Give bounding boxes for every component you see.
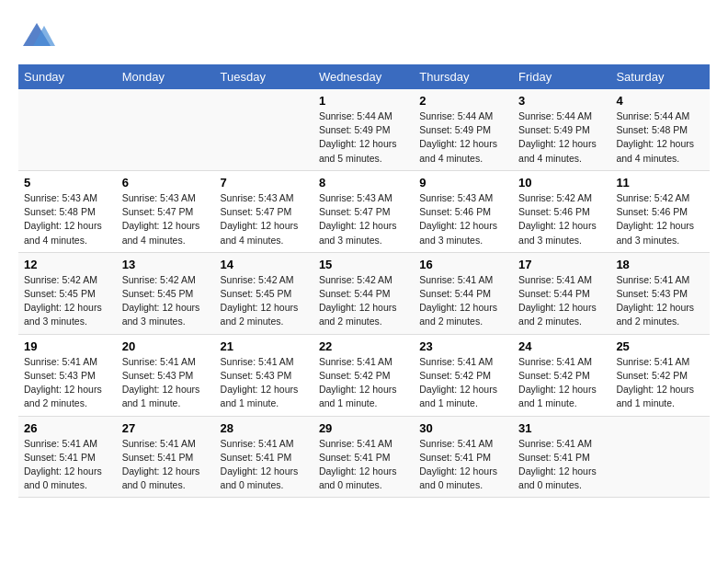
day-info: Sunrise: 5:43 AM Sunset: 5:47 PM Dayligh… xyxy=(122,191,210,247)
calendar-cell: 29Sunrise: 5:41 AM Sunset: 5:41 PM Dayli… xyxy=(313,416,414,498)
calendar-cell: 8Sunrise: 5:43 AM Sunset: 5:47 PM Daylig… xyxy=(313,170,414,252)
day-number: 7 xyxy=(221,176,308,190)
day-info: Sunrise: 5:42 AM Sunset: 5:45 PM Dayligh… xyxy=(24,273,111,329)
day-number: 12 xyxy=(24,258,111,271)
day-number: 26 xyxy=(24,421,111,435)
calendar-cell: 14Sunrise: 5:42 AM Sunset: 5:45 PM Dayli… xyxy=(215,252,313,334)
day-number: 4 xyxy=(616,94,704,108)
calendar-cell: 26Sunrise: 5:41 AM Sunset: 5:41 PM Dayli… xyxy=(18,416,117,498)
day-info: Sunrise: 5:41 AM Sunset: 5:42 PM Dayligh… xyxy=(616,355,704,411)
day-info: Sunrise: 5:41 AM Sunset: 5:43 PM Dayligh… xyxy=(24,355,111,411)
calendar-cell: 20Sunrise: 5:41 AM Sunset: 5:43 PM Dayli… xyxy=(117,334,215,416)
day-number: 5 xyxy=(24,176,111,190)
calendar-cell: 28Sunrise: 5:41 AM Sunset: 5:41 PM Dayli… xyxy=(215,416,313,498)
calendar-cell: 9Sunrise: 5:43 AM Sunset: 5:46 PM Daylig… xyxy=(414,170,513,252)
calendar-cell: 19Sunrise: 5:41 AM Sunset: 5:43 PM Dayli… xyxy=(18,334,117,416)
calendar-cell: 6Sunrise: 5:43 AM Sunset: 5:47 PM Daylig… xyxy=(117,170,215,252)
header-monday: Monday xyxy=(117,64,215,89)
day-number: 8 xyxy=(319,176,408,190)
calendar-cell: 7Sunrise: 5:43 AM Sunset: 5:47 PM Daylig… xyxy=(215,170,313,252)
calendar-cell: 13Sunrise: 5:42 AM Sunset: 5:45 PM Dayli… xyxy=(117,252,215,334)
calendar-cell: 15Sunrise: 5:42 AM Sunset: 5:44 PM Dayli… xyxy=(313,252,414,334)
day-info: Sunrise: 5:43 AM Sunset: 5:46 PM Dayligh… xyxy=(419,191,507,247)
day-number: 6 xyxy=(122,176,210,190)
day-number: 20 xyxy=(122,339,210,353)
day-info: Sunrise: 5:41 AM Sunset: 5:43 PM Dayligh… xyxy=(221,355,308,411)
day-info: Sunrise: 5:41 AM Sunset: 5:41 PM Dayligh… xyxy=(419,437,507,493)
day-info: Sunrise: 5:42 AM Sunset: 5:45 PM Dayligh… xyxy=(122,273,210,329)
calendar-cell: 30Sunrise: 5:41 AM Sunset: 5:41 PM Dayli… xyxy=(414,416,513,498)
calendar-cell: 16Sunrise: 5:41 AM Sunset: 5:44 PM Dayli… xyxy=(414,252,513,334)
day-number: 24 xyxy=(518,339,605,353)
calendar-cell xyxy=(117,89,215,170)
header-wednesday: Wednesday xyxy=(313,64,414,89)
calendar-cell: 31Sunrise: 5:41 AM Sunset: 5:41 PM Dayli… xyxy=(513,416,610,498)
day-number: 30 xyxy=(419,421,507,435)
day-info: Sunrise: 5:43 AM Sunset: 5:48 PM Dayligh… xyxy=(24,191,111,247)
day-info: Sunrise: 5:41 AM Sunset: 5:41 PM Dayligh… xyxy=(122,437,210,493)
day-info: Sunrise: 5:42 AM Sunset: 5:44 PM Dayligh… xyxy=(319,273,408,329)
calendar-cell: 4Sunrise: 5:44 AM Sunset: 5:48 PM Daylig… xyxy=(610,89,710,170)
day-info: Sunrise: 5:41 AM Sunset: 5:42 PM Dayligh… xyxy=(518,355,605,411)
calendar-cell: 11Sunrise: 5:42 AM Sunset: 5:46 PM Dayli… xyxy=(610,170,710,252)
day-number: 10 xyxy=(518,176,605,190)
header-sunday: Sunday xyxy=(18,64,117,89)
day-info: Sunrise: 5:41 AM Sunset: 5:41 PM Dayligh… xyxy=(518,437,605,493)
day-info: Sunrise: 5:41 AM Sunset: 5:41 PM Dayligh… xyxy=(319,437,408,493)
calendar-cell: 23Sunrise: 5:41 AM Sunset: 5:42 PM Dayli… xyxy=(414,334,513,416)
day-number: 1 xyxy=(319,94,408,108)
calendar-cell: 1Sunrise: 5:44 AM Sunset: 5:49 PM Daylig… xyxy=(313,89,414,170)
calendar-cell: 10Sunrise: 5:42 AM Sunset: 5:46 PM Dayli… xyxy=(513,170,610,252)
header-saturday: Saturday xyxy=(610,64,710,89)
calendar-header-row: SundayMondayTuesdayWednesdayThursdayFrid… xyxy=(18,64,710,89)
day-number: 25 xyxy=(616,339,704,353)
calendar-cell: 18Sunrise: 5:41 AM Sunset: 5:43 PM Dayli… xyxy=(610,252,710,334)
logo xyxy=(18,18,59,55)
day-number: 15 xyxy=(319,258,408,271)
day-info: Sunrise: 5:44 AM Sunset: 5:49 PM Dayligh… xyxy=(518,109,605,166)
day-number: 3 xyxy=(518,94,605,108)
calendar-cell: 25Sunrise: 5:41 AM Sunset: 5:42 PM Dayli… xyxy=(610,334,710,416)
day-number: 14 xyxy=(221,258,308,271)
day-info: Sunrise: 5:42 AM Sunset: 5:45 PM Dayligh… xyxy=(221,273,308,329)
day-info: Sunrise: 5:44 AM Sunset: 5:49 PM Dayligh… xyxy=(419,109,507,166)
day-info: Sunrise: 5:41 AM Sunset: 5:43 PM Dayligh… xyxy=(616,273,704,329)
week-row-1: 1Sunrise: 5:44 AM Sunset: 5:49 PM Daylig… xyxy=(18,89,710,170)
calendar-cell: 12Sunrise: 5:42 AM Sunset: 5:45 PM Dayli… xyxy=(18,252,117,334)
calendar-cell xyxy=(18,89,117,170)
day-number: 21 xyxy=(221,339,308,353)
week-row-2: 5Sunrise: 5:43 AM Sunset: 5:48 PM Daylig… xyxy=(18,170,710,252)
day-number: 31 xyxy=(518,421,605,435)
calendar-cell: 5Sunrise: 5:43 AM Sunset: 5:48 PM Daylig… xyxy=(18,170,117,252)
day-number: 27 xyxy=(122,421,210,435)
calendar-cell xyxy=(610,416,710,498)
logo-icon xyxy=(18,18,55,55)
header-thursday: Thursday xyxy=(414,64,513,89)
header-tuesday: Tuesday xyxy=(215,64,313,89)
day-number: 19 xyxy=(24,339,111,353)
calendar-cell: 3Sunrise: 5:44 AM Sunset: 5:49 PM Daylig… xyxy=(513,89,610,170)
day-info: Sunrise: 5:41 AM Sunset: 5:42 PM Dayligh… xyxy=(319,355,408,411)
day-number: 18 xyxy=(616,258,704,271)
day-info: Sunrise: 5:44 AM Sunset: 5:48 PM Dayligh… xyxy=(616,109,704,166)
day-info: Sunrise: 5:41 AM Sunset: 5:41 PM Dayligh… xyxy=(24,437,111,493)
day-number: 11 xyxy=(616,176,704,190)
page-header xyxy=(18,18,710,55)
week-row-5: 26Sunrise: 5:41 AM Sunset: 5:41 PM Dayli… xyxy=(18,416,710,498)
calendar-cell: 27Sunrise: 5:41 AM Sunset: 5:41 PM Dayli… xyxy=(117,416,215,498)
calendar-cell: 24Sunrise: 5:41 AM Sunset: 5:42 PM Dayli… xyxy=(513,334,610,416)
calendar-cell: 21Sunrise: 5:41 AM Sunset: 5:43 PM Dayli… xyxy=(215,334,313,416)
day-info: Sunrise: 5:41 AM Sunset: 5:43 PM Dayligh… xyxy=(122,355,210,411)
day-number: 28 xyxy=(221,421,308,435)
day-number: 2 xyxy=(419,94,507,108)
week-row-3: 12Sunrise: 5:42 AM Sunset: 5:45 PM Dayli… xyxy=(18,252,710,334)
calendar-table: SundayMondayTuesdayWednesdayThursdayFrid… xyxy=(18,64,710,498)
day-info: Sunrise: 5:41 AM Sunset: 5:44 PM Dayligh… xyxy=(419,273,507,329)
day-number: 13 xyxy=(122,258,210,271)
day-info: Sunrise: 5:41 AM Sunset: 5:41 PM Dayligh… xyxy=(221,437,308,493)
day-info: Sunrise: 5:41 AM Sunset: 5:44 PM Dayligh… xyxy=(518,273,605,329)
header-friday: Friday xyxy=(513,64,610,89)
week-row-4: 19Sunrise: 5:41 AM Sunset: 5:43 PM Dayli… xyxy=(18,334,710,416)
day-number: 9 xyxy=(419,176,507,190)
day-info: Sunrise: 5:43 AM Sunset: 5:47 PM Dayligh… xyxy=(221,191,308,247)
